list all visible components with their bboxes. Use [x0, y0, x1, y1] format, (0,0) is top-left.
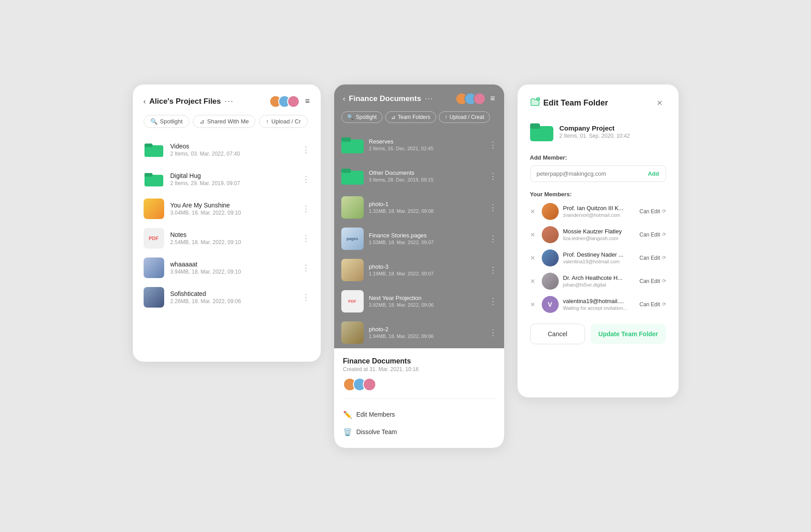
svg-rect-10 — [530, 123, 540, 129]
remove-member-icon[interactable]: ✕ — [530, 278, 537, 285]
file-meta: 1.31MB, 18. Mar. 2022, 09:08 — [369, 208, 484, 214]
file-meta: 1.94MB, 18. Mar. 2022, 09:06 — [369, 334, 484, 339]
panel1-avatar-stack — [269, 95, 300, 108]
file-item[interactable]: You Are My Sunshine 3.04MB, 18. Mar. 202… — [133, 194, 321, 224]
phone-frame: ‹ Finance Documents ··· ≡ — [334, 84, 504, 448]
file-more-icon[interactable]: ⋮ — [489, 265, 497, 275]
modal-title: Edit Team Folder — [543, 98, 608, 108]
add-member-input[interactable] — [537, 170, 648, 177]
file-item[interactable]: Other Documents 3 Items, 28. Dec. 2019, … — [334, 160, 504, 192]
file-item[interactable]: photo-1 1.31MB, 18. Mar. 2022, 09:08 ⋮ — [334, 192, 504, 223]
edit-members-action[interactable]: ✏️ Edit Members — [343, 406, 495, 423]
permission-dropdown[interactable]: Can Edit ⟳ — [639, 255, 666, 261]
member-email: johan@hi5ve.digital — [563, 282, 635, 287]
cancel-button[interactable]: Cancel — [530, 324, 586, 344]
panel2-tabs: 🔍 Spotlight ⊿ Team Folders ↑ Upload / Cr… — [334, 111, 504, 129]
folder-icon — [144, 169, 164, 190]
file-item[interactable]: Videos 2 Items, 03. Mar. 2022, 07:40 ⋮ — [133, 135, 321, 165]
avatar: V — [542, 296, 559, 313]
member-email: zvandervort@hotmail.com — [563, 212, 635, 218]
member-row: ✕ V valentina19@hotmail.... Waiting for … — [530, 296, 666, 313]
bottom-avatar-stack — [343, 378, 495, 391]
update-team-folder-button[interactable]: Update Team Folder — [590, 324, 666, 344]
upload-icon: ↑ — [266, 118, 269, 125]
avatar — [542, 249, 559, 266]
file-item[interactable]: Reserves 2 Items, 16. Dec. 2021, 02:45 ⋮ — [334, 129, 504, 160]
file-item[interactable]: photo-3 1.19MB, 18. Mar. 2022, 09:07 ⋮ — [334, 254, 504, 286]
file-item[interactable]: pages Finance Stories.pages 1.53MB, 18. … — [334, 223, 504, 254]
tab-upload[interactable]: ↑ Upload / Creat — [439, 111, 490, 123]
hamburger-icon[interactable]: ≡ — [490, 94, 495, 103]
permission-dropdown[interactable]: Can Edit ⟳ — [639, 208, 666, 215]
panel1-dots-menu[interactable]: ··· — [225, 97, 234, 106]
file-name: photo-2 — [369, 326, 484, 333]
file-meta: 2 Items, 03. Mar. 2022, 07:40 — [170, 151, 296, 157]
member-name: valentina19@hotmail.... — [563, 298, 635, 304]
file-more-icon[interactable]: ⋮ — [489, 328, 497, 338]
tab-upload-label: Upload / Cr — [272, 118, 301, 125]
file-more-icon[interactable]: ⋮ — [302, 233, 310, 243]
member-email: Waiting for accept invitation... — [563, 305, 635, 311]
add-member-button[interactable]: Add — [648, 170, 659, 177]
file-more-icon[interactable]: ⋮ — [302, 292, 310, 302]
permission-label: Can Edit — [639, 255, 660, 261]
file-info: You Are My Sunshine 3.04MB, 18. Mar. 202… — [170, 202, 296, 216]
remove-member-icon[interactable]: ✕ — [530, 254, 537, 262]
avatar — [542, 273, 559, 290]
panel1-tabs: 🔍 Spotlight ⊿ Shared With Me ↑ Upload / … — [133, 115, 321, 135]
file-more-icon[interactable]: ⋮ — [489, 296, 497, 306]
dissolve-team-label: Dissolve Team — [357, 428, 397, 435]
tab-spotlight[interactable]: 🔍 Spotlight — [341, 111, 383, 123]
file-item[interactable]: whaaaaat 3.94MB, 18. Mar. 2022, 09:10 ⋮ — [133, 253, 321, 283]
chevron-down-icon: ⟳ — [662, 255, 666, 261]
member-row: ✕ Mossie Kautzer Flatley liza.ledner@lan… — [530, 226, 666, 243]
file-more-icon[interactable]: ⋮ — [302, 174, 310, 184]
file-more-icon[interactable]: ⋮ — [302, 263, 310, 273]
file-item[interactable]: PDF Next Year Projection 3.82MB, 18. Mar… — [334, 286, 504, 317]
file-more-icon[interactable]: ⋮ — [302, 204, 310, 214]
tab-team-folders[interactable]: ⊿ Team Folders — [385, 111, 436, 123]
remove-member-icon[interactable]: ✕ — [530, 231, 537, 238]
file-more-icon[interactable]: ⋮ — [489, 140, 497, 150]
file-info: photo-1 1.31MB, 18. Mar. 2022, 09:08 — [369, 201, 484, 214]
file-more-icon[interactable]: ⋮ — [489, 171, 497, 181]
panel2-avatar-stack — [455, 93, 486, 105]
file-item[interactable]: photo-2 1.94MB, 18. Mar. 2022, 09:06 ⋮ — [334, 317, 504, 348]
hamburger-icon[interactable]: ≡ — [305, 97, 310, 106]
back-arrow-icon[interactable]: ‹ — [343, 95, 345, 103]
chevron-down-icon: ⟳ — [662, 278, 666, 284]
file-more-icon[interactable]: ⋮ — [302, 145, 310, 155]
panel1-header: ‹ Alice's Project Files ··· ≡ — [133, 95, 321, 115]
tab-spotlight[interactable]: 🔍 Spotlight — [144, 115, 190, 128]
panel2-bottom-info: Finance Documents Created at 31. Mar. 20… — [334, 348, 504, 448]
back-arrow-icon[interactable]: ‹ — [144, 97, 146, 106]
remove-member-icon[interactable]: ✕ — [530, 301, 537, 308]
folder-icon — [341, 134, 364, 156]
permission-dropdown[interactable]: Can Edit ⟳ — [639, 278, 666, 284]
close-button[interactable]: ✕ — [654, 97, 666, 110]
member-info: Prof. Destiney Nader ... valentina19@hot… — [563, 251, 635, 264]
panel-finance-docs: ‹ Finance Documents ··· ≡ — [334, 84, 504, 448]
folder-name: Company Project — [560, 124, 630, 132]
file-item[interactable]: Digital Hug 2 Items, 29. Mar. 2019, 09:0… — [133, 165, 321, 194]
tab-upload[interactable]: ↑ Upload / Cr — [259, 115, 307, 128]
team-folder-icon — [530, 97, 540, 109]
file-more-icon[interactable]: ⋮ — [489, 234, 497, 244]
tab-upload-label: Upload / Creat — [450, 114, 484, 120]
remove-member-icon[interactable]: ✕ — [530, 208, 537, 215]
file-more-icon[interactable]: ⋮ — [489, 203, 497, 212]
file-item[interactable]: PDF Notes 2.54MB, 18. Mar. 2022, 09:10 ⋮ — [133, 224, 321, 253]
panel1-title: Alice's Project Files — [149, 97, 221, 106]
permission-dropdown[interactable]: Can Edit ⟳ — [639, 301, 666, 308]
svg-rect-5 — [341, 137, 351, 142]
permission-dropdown[interactable]: Can Edit ⟳ — [639, 232, 666, 238]
member-name: Prof. Ian Quitzon III K... — [563, 205, 635, 211]
member-row: ✕ Prof. Ian Quitzon III K... zvandervort… — [530, 203, 666, 220]
file-thumb-wrap — [144, 198, 164, 219]
add-member-label: Add Member: — [530, 154, 666, 161]
panel2-dots-menu[interactable]: ··· — [425, 95, 433, 103]
file-item[interactable]: Sofishticated 2.26MB, 18. Mar. 2022, 09:… — [133, 283, 321, 312]
folder-meta: 2 Items, 01. Sep. 2020, 10:42 — [560, 133, 630, 139]
tab-shared[interactable]: ⊿ Shared With Me — [193, 115, 255, 128]
dissolve-team-action[interactable]: 🗑️ Dissolve Team — [343, 423, 495, 441]
